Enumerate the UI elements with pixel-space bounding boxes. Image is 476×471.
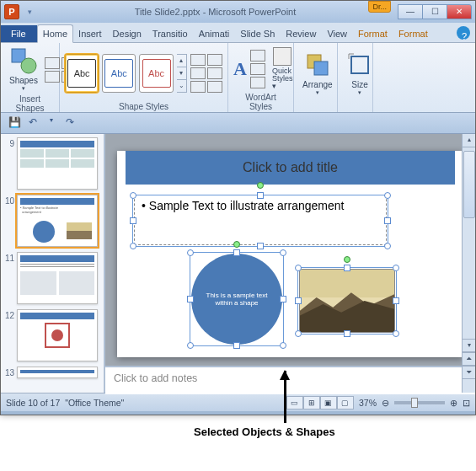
prev-slide-icon[interactable]: ⏶ [463, 352, 475, 366]
wordart-a-icon: A [233, 58, 247, 80]
group-size: Size▾ [338, 43, 373, 112]
theme-name[interactable]: "Office Theme" [65, 398, 124, 408]
scroll-down-icon[interactable]: ▾ [463, 339, 475, 352]
undo-icon[interactable]: ↶ [26, 116, 40, 130]
zoom-slider[interactable] [394, 401, 445, 404]
group-label-shape-styles: Shape Styles [65, 101, 222, 111]
fit-window-button[interactable]: ⊡ [463, 398, 470, 408]
tab-slideshow[interactable]: Slide Sh [235, 25, 281, 42]
group-label-wordart: WordArt Styles [233, 92, 288, 111]
tab-format-1[interactable]: Format [353, 25, 393, 42]
zoom-in-button[interactable]: ⊕ [450, 398, 457, 408]
vertical-scrollbar[interactable]: ▴ ▾ ⏶ ⏷ [462, 134, 475, 393]
tab-home[interactable]: Home [37, 24, 73, 43]
scrollbar-thumb[interactable] [463, 151, 475, 218]
redo-icon[interactable]: ↷ [63, 116, 77, 130]
annotation-label: Selected Objects & Shapes [194, 426, 335, 438]
group-shape-styles: Abc Abc Abc ▴▾⌄ Shape Styles [60, 43, 228, 112]
tab-view[interactable]: View [322, 25, 353, 42]
tab-insert[interactable]: Insert [73, 25, 108, 42]
scroll-up-icon[interactable]: ▴ [463, 134, 475, 147]
shape-style-1[interactable]: Abc [65, 54, 99, 93]
arrange-button[interactable]: Arrange▾ [299, 50, 336, 98]
help-button[interactable]: ? [457, 26, 470, 40]
slide-counter[interactable]: Slide 10 of 17 [6, 398, 60, 408]
sorter-view-button[interactable]: ⊞ [303, 396, 320, 409]
powerpoint-icon: P [4, 4, 19, 19]
minimize-button[interactable]: — [398, 4, 423, 19]
shapes-icon [10, 47, 37, 74]
next-slide-icon[interactable]: ⏷ [463, 366, 475, 379]
status-bar: Slide 10 of 17 "Office Theme" ▭ ⊞ ▣ ▢ 37… [1, 393, 475, 411]
normal-view-button[interactable]: ▭ [286, 396, 303, 409]
shape-style-2[interactable]: Abc [102, 54, 136, 93]
thumb-11[interactable] [17, 252, 98, 304]
ribbon-tabs: File Home Insert Design Transitio Animat… [1, 23, 475, 43]
annotation-arrow [284, 371, 286, 423]
size-icon [346, 51, 373, 78]
view-buttons: ▭ ⊞ ▣ ▢ [286, 396, 354, 409]
group-arrange: Arrange▾ [294, 43, 338, 112]
zoom-percent[interactable]: 37% [359, 398, 377, 408]
group-label-insert-shapes: Insert Shapes [6, 94, 54, 113]
zoom-out-button[interactable]: ⊖ [382, 398, 389, 408]
tab-transitions[interactable]: Transitio [147, 25, 194, 42]
selection-box-circle [190, 252, 284, 346]
undo-dropdown-icon[interactable]: ▾ [45, 116, 58, 130]
title-bar: P ▾ Title Slide2.pptx - Microsoft PowerP… [1, 1, 475, 23]
svg-point-1 [21, 58, 36, 73]
tab-review[interactable]: Review [281, 25, 322, 42]
tab-animations[interactable]: Animati [194, 25, 236, 42]
drawing-tools-tab[interactable]: Dr... [368, 1, 391, 13]
powerpoint-window: P ▾ Title Slide2.pptx - Microsoft PowerP… [0, 0, 476, 415]
slide[interactable]: Click to add title • Sample Text to illu… [117, 151, 463, 357]
tab-format-2[interactable]: Format [393, 25, 434, 42]
window-title: Title Slide2.pptx - Microsoft PowerPoint [32, 7, 398, 17]
quick-styles-button[interactable]: QuickStyles ▾ [269, 45, 297, 92]
thumb-12[interactable] [17, 309, 98, 361]
title-placeholder[interactable]: Click to add title [126, 151, 455, 185]
tab-design[interactable]: Design [108, 25, 147, 42]
slide-canvas-area[interactable]: Click to add title • Sample Text to illu… [105, 134, 475, 393]
reading-view-button[interactable]: ▣ [320, 396, 337, 409]
wordart-mini[interactable] [250, 50, 265, 88]
arrange-icon [304, 51, 331, 78]
quick-styles-icon [273, 47, 291, 66]
shape-style-3[interactable]: Abc [139, 54, 173, 93]
notes-pane[interactable]: Click to add notes [105, 366, 475, 394]
group-wordart: A QuickStyles ▾ WordArt Styles [228, 43, 294, 112]
ribbon: Shapes▾ Insert Shapes Abc Abc Abc ▴▾⌄ Sh… [1, 43, 475, 113]
size-button[interactable]: Size▾ [343, 50, 377, 98]
shapes-button[interactable]: Shapes▾ [6, 45, 41, 94]
selection-box-text [132, 195, 388, 247]
workspace: 9 10 • Sample Text to illustrate arrange… [1, 134, 475, 393]
shape-format-mini[interactable] [190, 54, 222, 93]
svg-rect-3 [314, 62, 328, 75]
thumb-10[interactable]: • Sample Text to illustrate arrangement [17, 195, 98, 247]
close-button[interactable]: ✕ [447, 4, 472, 19]
style-gallery-expand[interactable]: ▴▾⌄ [177, 54, 187, 93]
svg-rect-4 [351, 56, 368, 73]
slide-thumbnail-panel[interactable]: 9 10 • Sample Text to illustrate arrange… [1, 134, 105, 393]
thumb-13[interactable] [17, 367, 98, 378]
tab-file[interactable]: File [1, 25, 37, 42]
quick-access-toolbar: 💾 ↶ ▾ ↷ [1, 113, 475, 134]
thumb-9[interactable] [17, 137, 98, 190]
slideshow-view-button[interactable]: ▢ [337, 396, 354, 409]
save-icon[interactable]: 💾 [8, 116, 21, 130]
group-insert-shapes: Shapes▾ Insert Shapes [1, 43, 60, 112]
selection-box-picture [297, 267, 397, 335]
maximize-button[interactable]: ☐ [422, 4, 447, 19]
